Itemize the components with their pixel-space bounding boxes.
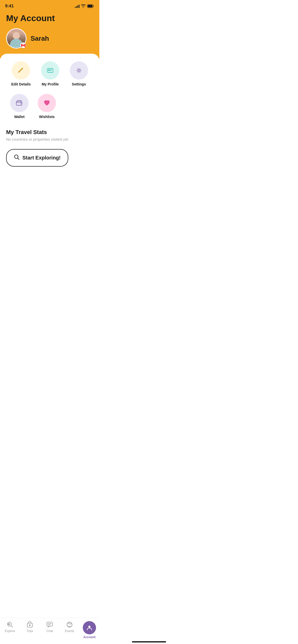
header: My Account 🇨🇦 Sarah (0, 11, 99, 59)
signal-icon (75, 4, 79, 8)
status-time: 9:41 (5, 4, 14, 9)
quick-actions-row2: Wallet Wishlists (6, 94, 93, 119)
settings-icon-circle (70, 61, 88, 80)
profile-card-icon (46, 66, 54, 75)
wifi-icon (81, 4, 86, 8)
edit-details-label: Edit Details (11, 82, 31, 86)
heart-icon (43, 99, 51, 107)
search-svg (14, 154, 20, 160)
flag-badge: 🇨🇦 (20, 42, 26, 48)
wallet-icon-circle (10, 94, 29, 112)
wishlists-button[interactable]: Wishlists (38, 94, 56, 119)
start-exploring-label: Start Exploring! (22, 155, 61, 161)
page-title: My Account (6, 13, 93, 23)
wallet-button[interactable]: Wallet (10, 94, 29, 119)
svg-point-3 (48, 69, 50, 71)
wallet-label: Wallet (14, 115, 25, 119)
start-exploring-button[interactable]: Start Exploring! (6, 149, 68, 167)
travel-stats-subtitle: No countries or properties visited yet. (6, 137, 93, 141)
search-icon (14, 154, 20, 162)
main-content: Edit Details My Profile Se (0, 54, 99, 206)
svg-line-10 (18, 158, 19, 160)
svg-rect-8 (20, 103, 22, 104)
my-profile-label: My Profile (42, 82, 59, 86)
user-info: 🇨🇦 Sarah (6, 28, 93, 49)
gear-icon (75, 66, 83, 75)
status-icons (75, 4, 94, 8)
travel-stats-section: My Travel Stats No countries or properti… (6, 129, 93, 141)
wallet-icon (15, 99, 23, 107)
username: Sarah (31, 35, 49, 42)
battery-icon (87, 4, 94, 8)
settings-label: Settings (72, 82, 86, 86)
status-bar: 9:41 (0, 0, 99, 11)
my-profile-button[interactable]: My Profile (41, 61, 59, 86)
wishlists-icon-circle (38, 94, 56, 112)
edit-details-icon-circle (12, 61, 30, 80)
settings-button[interactable]: Settings (70, 61, 88, 86)
avatar-container[interactable]: 🇨🇦 (6, 28, 26, 49)
travel-stats-title: My Travel Stats (6, 129, 93, 136)
svg-rect-1 (88, 5, 92, 7)
pencil-icon (17, 66, 25, 75)
svg-point-6 (78, 69, 80, 71)
edit-details-button[interactable]: Edit Details (11, 61, 31, 86)
quick-actions-row1: Edit Details My Profile Se (6, 61, 93, 86)
wishlists-label: Wishlists (39, 115, 55, 119)
my-profile-icon-circle (41, 61, 59, 80)
